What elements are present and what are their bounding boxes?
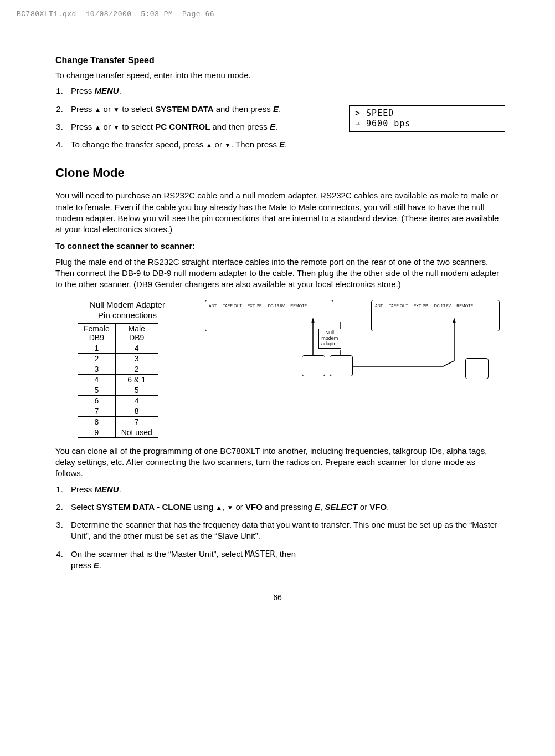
connect-scanner-subtitle: To connect the scanner to scanner: (55, 241, 500, 252)
lcd-line2: → 9600 bps (355, 119, 499, 129)
clone-step-3: Determine the scanner that has the frequ… (65, 519, 500, 542)
table-row: 23 (78, 353, 158, 364)
down-arrow-icon (224, 140, 231, 149)
pin-table-caption: Null Modem Adapter Pin connections (72, 300, 183, 321)
step-4: To change the transfer speed, press or .… (65, 139, 500, 150)
step-1: Press MENU. (65, 85, 500, 96)
clone-step-2: Select SYSTEM DATA - CLONE using , or VF… (65, 502, 500, 513)
up-arrow-icon (205, 140, 212, 149)
table-row: 9Not used (78, 427, 158, 437)
connection-diagram: ANT. TAPE OUT EXT. SP. DC 13.8V REMOTE A… (205, 294, 500, 422)
clone-mode-steps: Press MENU. Select SYSTEM DATA - CLONE u… (55, 484, 500, 571)
table-row: 64 (78, 395, 158, 406)
page-number: 66 (55, 593, 500, 602)
down-arrow-icon (113, 122, 120, 131)
table-row: 32 (78, 364, 158, 374)
up-arrow-icon (95, 122, 101, 131)
source-header: BC780XLT1.qxd 10/08/2000 5:03 PM Page 66 (17, 10, 214, 18)
lcd-line1: > SPEED (355, 108, 499, 119)
pin-table-header-male: MaleDB9 (115, 323, 158, 343)
down-arrow-icon (113, 104, 120, 114)
clone-mode-para3: You can clone all of the programming of … (55, 446, 500, 479)
pin-table: FemaleDB9 MaleDB9 14 23 32 46 & 1 55 64 … (78, 323, 158, 438)
table-row: 87 (78, 416, 158, 427)
up-arrow-icon (95, 104, 101, 114)
clone-step-4: On the scanner that is the “Master Unit”… (65, 549, 309, 571)
connector-left (302, 355, 325, 376)
down-arrow-icon (227, 502, 233, 512)
pin-table-header-female: FemaleDB9 (78, 323, 116, 343)
scanner-rear-right: ANT. TAPE OUT EXT. SP. DC 13.8V REMOTE (371, 300, 500, 331)
change-transfer-speed-title: Change Transfer Speed (55, 55, 500, 65)
scanner-rear-left: ANT. TAPE OUT EXT. SP. DC 13.8V REMOTE (205, 300, 333, 331)
table-row: 14 (78, 343, 158, 353)
table-row: 46 & 1 (78, 374, 158, 385)
null-modem-label: Null modem adapter (318, 329, 341, 349)
table-row: 55 (78, 385, 158, 395)
connector-mid (330, 355, 353, 376)
clone-mode-para1: You will need to purchase an RS232C cabl… (55, 190, 500, 235)
clone-mode-title: Clone Mode (55, 166, 500, 180)
connector-right (465, 358, 489, 379)
clone-step-1: Press MENU. (65, 484, 500, 495)
up-arrow-icon (215, 502, 222, 512)
table-row: 78 (78, 406, 158, 416)
lcd-display-speed: > SPEED → 9600 bps (349, 105, 505, 132)
clone-mode-para2: Plug the male end of the RS232C straight… (55, 257, 500, 290)
pin-table-block: Null Modem Adapter Pin connections Femal… (55, 294, 183, 438)
change-transfer-intro: To change transfer speed, enter into the… (55, 70, 500, 81)
